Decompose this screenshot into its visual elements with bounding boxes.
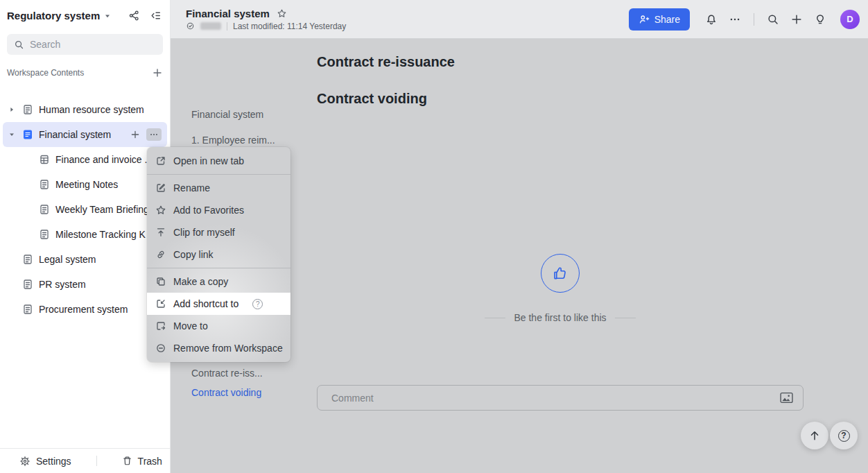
sidebar-item-pr-system[interactable]: PR system	[3, 272, 167, 297]
context-menu: Open in new tabRenameAdd to FavoritesCli…	[147, 147, 290, 362]
sidebar-item-milestone-tracking[interactable]: Milestone Tracking K	[3, 222, 167, 247]
duplicate-icon	[155, 276, 166, 287]
remove-icon	[155, 343, 166, 354]
share-label: Share	[654, 14, 680, 25]
menu-item-label: Open in new tab	[173, 155, 244, 166]
sidebar-item-finance-and-invoice[interactable]: Finance and invoice .	[3, 147, 167, 172]
rename-icon	[155, 182, 166, 194]
add-content-button[interactable]	[152, 67, 163, 78]
redacted-author	[200, 22, 221, 30]
menu-item-label: Add to Favorites	[173, 205, 244, 216]
sidebar-item-financial-system[interactable]: Financial system	[3, 122, 167, 147]
lightbulb-icon[interactable]	[810, 9, 831, 30]
insert-image-icon[interactable]	[780, 392, 793, 404]
person-add-icon	[639, 14, 650, 25]
menu-item-rename[interactable]: Rename	[147, 177, 290, 199]
arrow-up-icon	[808, 429, 822, 442]
search-placeholder: Search	[30, 39, 60, 50]
menu-item-add-to-favorites[interactable]: Add to Favorites	[147, 199, 290, 221]
menu-item-label: Clip for myself	[173, 227, 235, 238]
trash-label: Trash	[138, 456, 162, 467]
comment-input[interactable]	[331, 393, 780, 404]
menu-item-open-in-new-tab[interactable]: Open in new tab	[147, 150, 290, 172]
like-button[interactable]	[541, 254, 580, 293]
doc-heading-2[interactable]: Contract voiding	[317, 89, 427, 108]
outline-item[interactable]: Contract re-iss...	[191, 368, 263, 379]
workspace-name: Regulatory system	[7, 10, 100, 22]
favorite-star-icon[interactable]	[277, 8, 287, 19]
menu-item-label: Remove from Workspace	[173, 343, 283, 354]
sidebar-item-human-resource-system[interactable]: Human resource system	[3, 97, 167, 122]
menu-item-label: Move to	[173, 320, 208, 332]
workspace-switcher[interactable]: Regulatory system	[7, 10, 111, 22]
doc-icon	[22, 104, 33, 115]
trash-button[interactable]: Trash	[122, 456, 162, 467]
chevron-down-icon	[104, 12, 111, 19]
decorative-line	[615, 318, 636, 318]
sidebar: Regulatory system Search Workspace	[0, 0, 171, 473]
footer-divider	[96, 456, 97, 466]
like-empty-text: Be the first to like this	[514, 312, 606, 323]
outline-item[interactable]: Financial system	[191, 109, 263, 120]
sidebar-item-label: Financial system	[39, 129, 127, 140]
clip-icon	[155, 227, 166, 238]
sidebar-item-weekly-team-briefing[interactable]: Weekly Team Briefing	[3, 197, 167, 222]
link-icon	[155, 249, 166, 260]
add-page-icon[interactable]	[130, 129, 141, 140]
share-button[interactable]: Share	[629, 8, 690, 31]
menu-item-copy-link[interactable]: Copy link	[147, 243, 290, 266]
star-icon	[155, 205, 166, 216]
like-empty-state: Be the first to like this	[422, 312, 699, 323]
scroll-to-top-button[interactable]	[801, 422, 828, 449]
menu-item-move-to[interactable]: Move to	[147, 315, 290, 337]
gear-icon	[19, 456, 31, 467]
last-modified-text: Last modified: 11:14 Yesterday	[233, 22, 346, 31]
global-search-icon[interactable]	[763, 9, 783, 30]
chevron-down-icon[interactable]	[8, 131, 22, 138]
menu-item-clip-for-myself[interactable]: Clip for myself	[147, 221, 290, 243]
more-options-icon[interactable]	[724, 9, 745, 30]
doc-icon	[22, 304, 33, 315]
sheet-icon	[39, 154, 50, 165]
help-icon[interactable]: ?	[252, 299, 263, 309]
thumbs-up-icon	[551, 264, 569, 282]
menu-item-label: Copy link	[173, 249, 214, 260]
menu-item-add-shortcut-to[interactable]: Add shortcut to?	[147, 293, 290, 315]
workspace-contents-label: Workspace Contents	[7, 68, 84, 78]
menu-divider	[147, 174, 290, 175]
menu-item-make-a-copy[interactable]: Make a copy	[147, 270, 290, 293]
collapse-sidebar-icon[interactable]	[150, 10, 162, 22]
doc-heading-1[interactable]: Contract re-issuance	[317, 52, 455, 71]
doc-title: Financial system	[186, 8, 270, 19]
sidebar-item-legal-system[interactable]: Legal system	[3, 247, 167, 272]
settings-button[interactable]: Settings	[19, 456, 71, 467]
sidebar-item-label: Human resource system	[39, 104, 167, 115]
app-window: Regulatory system Search Workspace	[0, 0, 868, 473]
search-icon	[14, 40, 24, 50]
doc-icon	[39, 204, 50, 215]
sidebar-item-meeting-notes[interactable]: Meeting Notes	[3, 172, 167, 197]
menu-item-label: Add shortcut to	[173, 298, 238, 309]
meta-divider	[227, 22, 227, 31]
notifications-bell-icon[interactable]	[701, 9, 722, 30]
shortcut-icon	[155, 298, 166, 309]
doc-header: Financial system Last modified: 11:14 Ye…	[171, 0, 868, 39]
create-new-icon[interactable]	[786, 9, 807, 30]
help-button[interactable]: ?	[830, 422, 858, 449]
share-workspace-icon[interactable]	[128, 10, 140, 22]
outline-item[interactable]: Contract voiding	[191, 387, 261, 398]
topbar-divider	[754, 13, 754, 26]
menu-item-label: Rename	[173, 182, 210, 194]
menu-divider	[147, 268, 290, 268]
decorative-line	[485, 318, 505, 318]
avatar[interactable]: D	[840, 10, 860, 29]
open-in-new-tab-icon	[155, 155, 166, 166]
menu-item-remove-from-workspace[interactable]: Remove from Workspace	[147, 337, 290, 359]
outline-item[interactable]: 1. Employee reim...	[191, 135, 275, 146]
item-more-button[interactable]	[146, 128, 162, 141]
sidebar-item-procurement-system[interactable]: Procurement system	[3, 297, 167, 322]
search-input[interactable]: Search	[7, 34, 163, 55]
chevron-right-icon[interactable]	[8, 106, 22, 113]
settings-label: Settings	[36, 456, 71, 467]
comment-box	[317, 385, 804, 411]
